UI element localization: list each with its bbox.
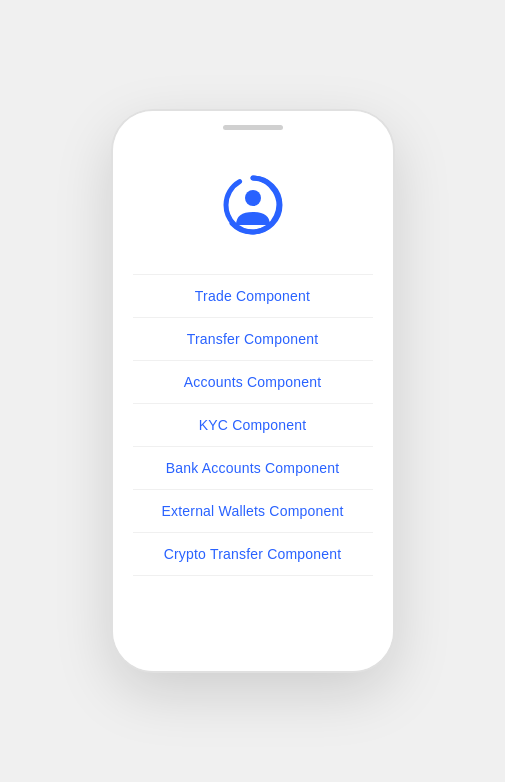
svg-point-1: [245, 190, 261, 206]
menu-item-trade[interactable]: Trade Component: [133, 274, 373, 318]
user-circle-icon: [218, 170, 288, 240]
phone-screen: Trade ComponentTransfer ComponentAccount…: [113, 130, 393, 671]
phone-frame: Trade ComponentTransfer ComponentAccount…: [113, 111, 393, 671]
menu-item-external-wallets[interactable]: External Wallets Component: [133, 490, 373, 533]
menu-item-bank-accounts[interactable]: Bank Accounts Component: [133, 447, 373, 490]
menu-item-transfer[interactable]: Transfer Component: [133, 318, 373, 361]
menu-list: Trade ComponentTransfer ComponentAccount…: [133, 274, 373, 576]
menu-item-kyc[interactable]: KYC Component: [133, 404, 373, 447]
menu-item-crypto-transfer[interactable]: Crypto Transfer Component: [133, 533, 373, 576]
menu-item-accounts[interactable]: Accounts Component: [133, 361, 373, 404]
logo-container: [218, 170, 288, 244]
